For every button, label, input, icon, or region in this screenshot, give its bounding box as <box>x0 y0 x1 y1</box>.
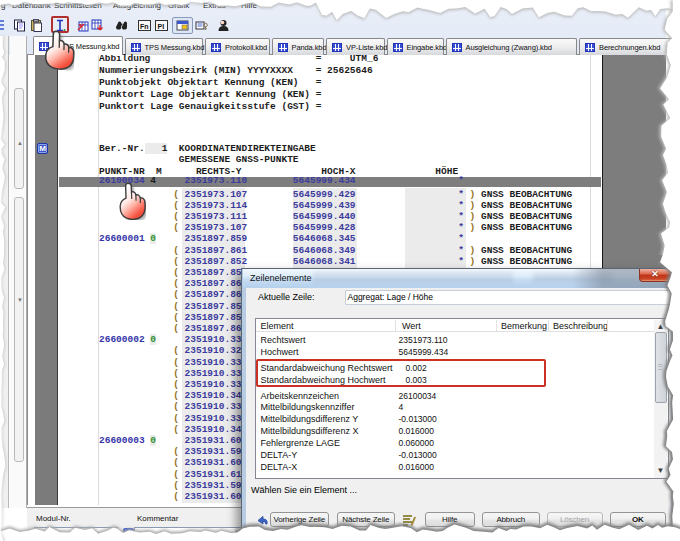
svg-text:PI: PI <box>157 23 164 30</box>
svg-text:Fn: Fn <box>140 23 149 30</box>
